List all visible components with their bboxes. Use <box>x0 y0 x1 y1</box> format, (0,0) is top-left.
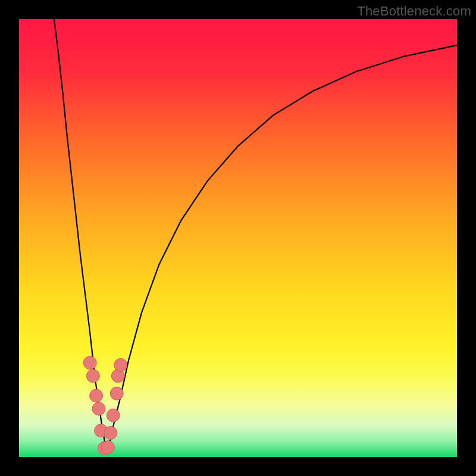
gradient-background <box>19 19 457 457</box>
data-marker <box>92 402 105 415</box>
data-marker <box>83 356 96 369</box>
data-marker <box>114 358 127 371</box>
data-marker <box>107 409 120 422</box>
chart-svg <box>19 19 457 457</box>
chart-frame: TheBottleneck.com <box>0 0 476 476</box>
data-marker <box>101 441 114 454</box>
data-marker <box>104 427 117 440</box>
data-marker <box>86 369 99 383</box>
data-marker <box>90 389 103 402</box>
attribution-label: TheBottleneck.com <box>357 4 471 19</box>
plot-area <box>19 19 457 457</box>
data-marker <box>110 387 123 400</box>
